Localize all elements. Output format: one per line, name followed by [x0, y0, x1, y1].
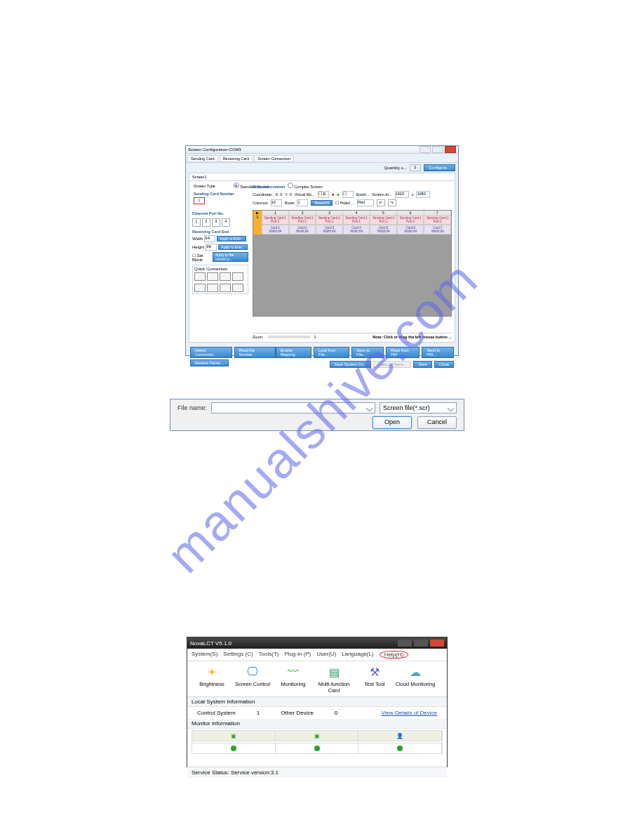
qc-pattern-2[interactable] [207, 272, 218, 281]
card-cell[interactable]: Sending Card:1Port:1 [262, 215, 289, 225]
card-cell[interactable]: Sending Card:1Port:1 [289, 215, 316, 225]
card-cell[interactable]: Card:2Width:64 [289, 225, 316, 234]
menu-plugin[interactable]: Plug-in (P) [284, 651, 311, 658]
rows-field[interactable]: 1 [297, 199, 308, 206]
screen1-tab[interactable]: Screen1 [189, 173, 455, 181]
menu-help[interactable]: Help(H) [380, 651, 409, 658]
zoom-slider[interactable] [268, 336, 310, 338]
qc-pattern-6[interactable] [207, 284, 218, 292]
load-file-button[interactable]: Load from File... [314, 347, 349, 358]
card-cell[interactable]: Sending Card:1Port:1 [316, 215, 343, 225]
menu-system[interactable]: System(S) [192, 651, 217, 658]
tool-monitoring[interactable]: 〰 Monitoring [273, 664, 314, 694]
apply-height-button[interactable]: Apply to Entir... [218, 244, 248, 250]
configure-button[interactable]: Configure... [424, 164, 455, 171]
apply-current-button[interactable]: Apply to the current p... [213, 252, 248, 262]
window-title: Screen Configuration-COM3 [188, 147, 241, 152]
restore-button[interactable]: Restore Factor... [190, 359, 229, 366]
port-3-button[interactable]: 3 [212, 218, 220, 227]
hided-check[interactable]: ☐ Hided ... [335, 201, 354, 205]
view-details-link[interactable]: View Details of Device [382, 710, 437, 716]
tab-sending-card[interactable]: Sending Card [187, 155, 218, 162]
tab-receiving-card[interactable]: Receiving Card [220, 155, 253, 162]
filename-field[interactable] [211, 402, 375, 413]
card-cell[interactable]: Card:6Width:64 [397, 225, 424, 234]
close-button[interactable]: Close [434, 361, 454, 368]
qc-pattern-8[interactable] [232, 284, 243, 292]
card-cell[interactable]: Card:5Width:64 [370, 225, 397, 234]
qc-pattern-5[interactable] [194, 284, 206, 292]
undo-button[interactable]: ↶ [377, 199, 385, 206]
card-cell[interactable]: Sending Card:1Port:1 [370, 215, 397, 225]
card-cell[interactable]: Card:3Width:64 [316, 225, 343, 234]
card-cell[interactable]: Sending Card:1Port:1 [424, 215, 451, 225]
menu-settings[interactable]: Settings (C) [223, 651, 253, 658]
send-hw-button[interactable]: Send to HW... [422, 347, 454, 358]
sending-card-number-field[interactable]: 1 [194, 197, 205, 204]
tab-screen-connection[interactable]: Screen Connection [254, 155, 294, 162]
filter-value: Screen file(*.scr) [383, 404, 430, 411]
screen-type-label: Screen Type [194, 184, 215, 188]
cancel-button[interactable]: Cancel [417, 416, 457, 429]
card-cell[interactable]: Sending Card:1Port:1 [397, 215, 424, 225]
port-1-button[interactable]: 1 [192, 218, 201, 227]
quantity-field[interactable]: 1 [410, 164, 421, 171]
maximize-icon[interactable] [432, 146, 443, 153]
enable-mapping-button[interactable]: Enable Mapping [276, 347, 311, 358]
tool-multifunction-card[interactable]: ▤ Multi-function Card [314, 664, 354, 694]
apply-width-button[interactable]: Apply to Entir... [217, 236, 246, 241]
width-field[interactable]: 64 [204, 235, 215, 242]
novalct-window: NovaLCT V5.1.0 System(S) Settings (C) To… [187, 637, 448, 767]
test-icon: ⚒ [366, 664, 383, 680]
coord-x[interactable]: X: 0 [275, 192, 282, 197]
card-cell[interactable]: Sending Card:1Port:1 [343, 215, 370, 225]
window-title: NovaLCT V5.1.0 [190, 640, 232, 647]
menu-language[interactable]: Language(L) [342, 651, 373, 658]
screen-area-label: Screen Ar... [372, 192, 391, 197]
enable-check[interactable]: ☐ [342, 191, 354, 198]
color-select[interactable]: Red [357, 199, 374, 206]
file-filter-select[interactable]: Screen file(*.scr) [380, 402, 457, 413]
columns-field[interactable]: 10 [271, 199, 282, 206]
zoom-label: Zoom: [253, 335, 264, 339]
save-file-button[interactable]: Save to File... [351, 347, 384, 358]
other-device-value: 0 [335, 710, 337, 716]
card-cell[interactable]: Card:7Width:64 [424, 225, 451, 234]
port-2-button[interactable]: 2 [202, 218, 210, 227]
bottom-row-1: Detect Communic... Read the Number... En… [186, 345, 458, 359]
save-button[interactable]: Save [413, 361, 432, 368]
coord-y[interactable]: Y: 0 [285, 192, 291, 197]
zoom-value: 1 [314, 335, 316, 339]
maximize-icon[interactable] [414, 640, 428, 647]
tool-cloud[interactable]: ☁ Cloud Monitoring [395, 664, 436, 694]
control-system-label: Control System [197, 710, 236, 716]
close-icon[interactable] [445, 146, 456, 153]
virtual-check[interactable]: ☐ E.. [318, 191, 329, 198]
tool-test[interactable]: ⚒ Test Tool [354, 664, 395, 694]
qc-pattern-3[interactable] [220, 272, 231, 281]
qc-pattern-7[interactable] [220, 284, 231, 292]
qc-pattern-1[interactable] [194, 272, 206, 281]
detect-button[interactable]: Detect Communic... [190, 347, 232, 358]
qc-pattern-4[interactable] [232, 272, 243, 281]
minimize-icon[interactable] [398, 640, 412, 647]
port-4-button[interactable]: 4 [222, 218, 230, 227]
card-cell[interactable]: Card:4Width:64 [343, 225, 370, 234]
menu-user[interactable]: User(U) [316, 651, 336, 658]
topology-canvas[interactable]: ▶ 1234567 1 Sending Card:1Port:1 Sending… [253, 210, 452, 317]
set-blank-check[interactable]: ☐ Set Blank [192, 253, 211, 262]
height-field[interactable]: 96 [206, 244, 217, 251]
reset-all-button[interactable]: ResetAll [311, 200, 332, 206]
read-number-button[interactable]: Read the Number... [234, 347, 276, 358]
card-cell[interactable]: Card:1Width:64 [262, 225, 289, 234]
open-button[interactable]: Open [373, 416, 412, 429]
minimize-icon[interactable] [420, 146, 431, 153]
redo-button[interactable]: ↷ [388, 199, 396, 206]
read-hw-button[interactable]: Read from HW [386, 347, 420, 358]
save-system-button[interactable]: Save System Co... [330, 361, 372, 368]
sun-icon: ☀ [203, 664, 220, 680]
window-controls [420, 146, 456, 153]
tool-screen-control[interactable]: 🖵 Screen Control [232, 664, 273, 694]
close-icon[interactable] [430, 640, 444, 647]
tool-brightness[interactable]: ☀ Brightness [192, 664, 232, 694]
